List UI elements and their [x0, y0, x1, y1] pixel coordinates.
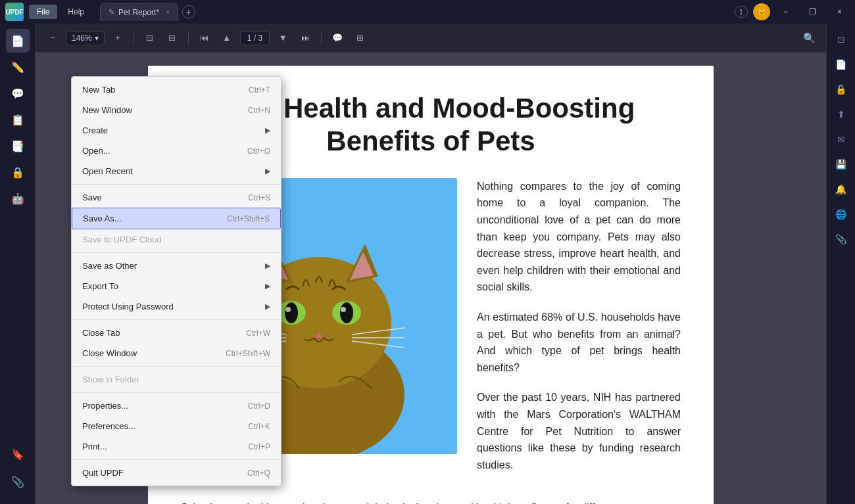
- tab-area: ✎ Pet Report* × +: [100, 3, 732, 21]
- menu-item-protect[interactable]: Protect Using Password ▶: [72, 296, 281, 317]
- help-menu-button[interactable]: Help: [60, 5, 92, 19]
- right-icon-pages[interactable]: 📄: [831, 54, 852, 75]
- menu-item-save[interactable]: Save Ctrl+S: [72, 187, 281, 208]
- svg-point-11: [285, 307, 291, 312]
- sidebar-icon-reader[interactable]: 📄: [6, 29, 30, 53]
- right-icon-attach[interactable]: 📎: [831, 229, 852, 250]
- zoom-display[interactable]: 146% ▾: [66, 31, 105, 45]
- right-icon-email[interactable]: ✉: [831, 129, 852, 150]
- skip-last-button[interactable]: ⏭: [296, 29, 314, 47]
- page-current: 1: [247, 34, 252, 43]
- user-count-badge: 1: [735, 6, 748, 18]
- menu-item-open-recent[interactable]: Open Recent ▶: [72, 161, 281, 181]
- zoom-in-button[interactable]: +: [109, 29, 127, 47]
- menu-item-show-folder: Show in Folder: [72, 369, 281, 390]
- arrow-protect: ▶: [265, 302, 270, 311]
- next-page-button[interactable]: ▼: [274, 29, 292, 47]
- new-tab-button[interactable]: +: [182, 5, 195, 18]
- toolbar-divider-1: [134, 32, 134, 45]
- columns-button[interactable]: ⊞: [351, 29, 369, 47]
- sidebar-icon-protect[interactable]: 🔒: [6, 160, 30, 184]
- menu-item-close-tab[interactable]: Close Tab Ctrl+W: [72, 323, 281, 343]
- file-menu-button[interactable]: File: [29, 5, 57, 19]
- menu-item-open[interactable]: Open... Ctrl+O: [72, 141, 281, 161]
- menu-label-open: Open...: [82, 146, 110, 156]
- search-button[interactable]: 🔍: [800, 29, 818, 47]
- skip-first-button[interactable]: ⏮: [195, 29, 214, 47]
- menu-item-create[interactable]: Create ▶: [72, 120, 281, 141]
- shortcut-new-tab: Ctrl+T: [249, 85, 270, 95]
- left-sidebar: 📄 ✏️ 💬 📋 📑 🔒 🤖 🔖 📎: [0, 24, 36, 504]
- shortcut-properties: Ctrl+D: [248, 401, 270, 411]
- pdf-text-column: Nothing compares to the joy of coming ho…: [477, 178, 681, 487]
- prev-page-button[interactable]: ▲: [218, 29, 236, 47]
- menu-item-save-cloud: Save to UPDF Cloud: [72, 229, 281, 250]
- sidebar-icon-organize[interactable]: 📋: [6, 108, 30, 131]
- tab-pet-report[interactable]: ✎ Pet Report* ×: [100, 3, 178, 21]
- arrow-open-recent: ▶: [265, 167, 270, 175]
- menu-item-new-tab[interactable]: New Tab Ctrl+T: [72, 80, 281, 100]
- content-area: − 146% ▾ + ⊡ ⊟ ⏮ ▲ 1 / 3 ▼ ⏭ 💬 ⊞ 🔍: [36, 24, 826, 504]
- page-total: 3: [258, 34, 262, 43]
- sidebar-icon-comment[interactable]: 💬: [6, 81, 30, 105]
- menu-label-close-tab: Close Tab: [82, 328, 120, 338]
- menu-label-create: Create: [82, 126, 108, 135]
- menu-item-preferences[interactable]: Preferences... Ctrl+K: [72, 416, 281, 436]
- right-icon-upload[interactable]: ⬆: [831, 104, 852, 125]
- right-icon-save[interactable]: 💾: [831, 154, 852, 175]
- right-icon-security[interactable]: 🔒: [831, 79, 852, 100]
- tab-title: Pet Report*: [118, 8, 159, 17]
- right-icon-notification[interactable]: 🔔: [831, 179, 852, 200]
- menu-separator-5: [72, 392, 281, 393]
- right-icon-thumbnail[interactable]: ⊡: [831, 29, 852, 50]
- pdf-paragraph-2: An estimated 68% of U.S. households have…: [477, 309, 681, 376]
- sidebar-icon-attach[interactable]: 📎: [6, 470, 30, 493]
- menu-item-save-other[interactable]: Save as Other ▶: [72, 256, 281, 276]
- menu-item-print[interactable]: Print... Ctrl+P: [72, 436, 281, 457]
- zoom-out-button[interactable]: −: [43, 29, 62, 47]
- menu-item-export[interactable]: Export To ▶: [72, 276, 281, 296]
- sidebar-icon-bookmark[interactable]: 🔖: [6, 442, 30, 466]
- shortcut-close-window: Ctrl+Shift+W: [226, 349, 270, 358]
- comment-button[interactable]: 💬: [328, 29, 347, 47]
- zoom-level: 146%: [72, 34, 92, 43]
- shortcut-save: Ctrl+S: [248, 193, 270, 202]
- right-icon-globe[interactable]: 🌐: [831, 204, 852, 225]
- shortcut-print: Ctrl+P: [248, 442, 270, 451]
- fit-page-button[interactable]: ⊡: [141, 29, 159, 47]
- minimize-button[interactable]: −: [775, 5, 796, 19]
- menu-item-close-window[interactable]: Close Window Ctrl+Shift+W: [72, 343, 281, 363]
- menu-label-save: Save: [82, 193, 102, 202]
- shortcut-quit: Ctrl+Q: [247, 469, 270, 478]
- menu-label-save-as: Save As...: [83, 214, 122, 223]
- tab-edit-icon: ✎: [109, 8, 114, 16]
- menu-label-save-other: Save as Other: [82, 261, 137, 271]
- toolbar: − 146% ▾ + ⊡ ⊟ ⏮ ▲ 1 / 3 ▼ ⏭ 💬 ⊞ 🔍: [36, 24, 826, 53]
- pdf-area[interactable]: The Health and Mood-Boosting Benefits of…: [36, 53, 826, 504]
- zoom-dropdown-icon: ▾: [95, 34, 99, 43]
- pdf-paragraph-3: Over the past 10 years, NIH has partnere…: [477, 389, 681, 473]
- arrow-create: ▶: [265, 126, 270, 135]
- page-separator: /: [251, 34, 258, 43]
- menu-item-new-window[interactable]: New Window Ctrl+N: [72, 100, 281, 120]
- tab-close-button[interactable]: ×: [166, 9, 170, 16]
- menu-item-properties[interactable]: Properties... Ctrl+D: [72, 396, 281, 416]
- sidebar-icon-convert[interactable]: 📑: [6, 134, 30, 158]
- pdf-paragraph-1: Nothing compares to the joy of coming ho…: [477, 178, 681, 296]
- shortcut-open: Ctrl+O: [247, 147, 270, 156]
- user-avatar[interactable]: 🐱: [753, 3, 770, 20]
- menu-label-new-tab: New Tab: [82, 85, 115, 95]
- menu-label-new-window: New Window: [82, 105, 132, 115]
- menu-item-quit[interactable]: Quit UPDF Ctrl+Q: [72, 463, 281, 483]
- menu-label-preferences: Preferences...: [82, 421, 135, 431]
- window-controls: 1 🐱 − ❐ ×: [735, 3, 850, 20]
- fit-width-button[interactable]: ⊟: [163, 29, 182, 47]
- menu-item-save-as[interactable]: Save As... Ctrl+Shift+S: [72, 208, 281, 229]
- maximize-button[interactable]: ❐: [801, 5, 824, 19]
- page-display: 1 / 3: [240, 31, 270, 45]
- file-dropdown-menu: New Tab Ctrl+T New Window Ctrl+N Create …: [71, 76, 281, 486]
- sidebar-icon-edit[interactable]: ✏️: [6, 55, 30, 79]
- close-window-button[interactable]: ×: [829, 5, 850, 19]
- sidebar-icon-ai[interactable]: 🤖: [6, 187, 30, 210]
- menu-label-open-recent: Open Recent: [82, 166, 133, 176]
